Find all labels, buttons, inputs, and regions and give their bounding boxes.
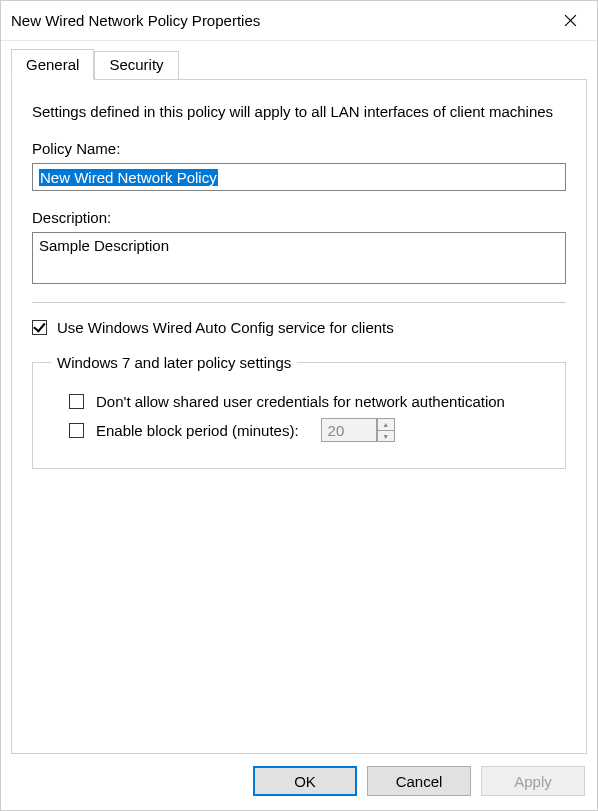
ok-button[interactable]: OK — [253, 766, 357, 796]
spinner-down-button[interactable]: ▼ — [377, 430, 395, 443]
intro-text: Settings defined in this policy will app… — [32, 102, 566, 122]
spinner-buttons: ▲ ▼ — [377, 418, 395, 442]
window-title: New Wired Network Policy Properties — [11, 12, 547, 29]
use-auto-config-label: Use Windows Wired Auto Config service fo… — [57, 319, 394, 336]
dialog-window: New Wired Network Policy Properties Gene… — [0, 0, 598, 811]
block-period-spinner: ▲ ▼ — [321, 418, 395, 442]
dont-allow-shared-row: Don't allow shared user credentials for … — [69, 393, 547, 410]
button-bar: OK Cancel Apply — [1, 754, 597, 810]
win7-group-legend: Windows 7 and later policy settings — [51, 354, 297, 371]
cancel-button[interactable]: Cancel — [367, 766, 471, 796]
tab-general[interactable]: General — [11, 49, 94, 80]
dont-allow-shared-label: Don't allow shared user credentials for … — [96, 393, 505, 410]
policy-name-input[interactable]: New Wired Network Policy — [32, 163, 566, 191]
description-label: Description: — [32, 209, 566, 226]
use-auto-config-row: Use Windows Wired Auto Config service fo… — [32, 319, 566, 336]
titlebar: New Wired Network Policy Properties — [1, 1, 597, 41]
content-area: General Security Settings defined in thi… — [1, 41, 597, 754]
close-button[interactable] — [547, 5, 593, 37]
tab-strip: General Security — [11, 49, 587, 79]
divider — [32, 302, 566, 303]
description-input[interactable] — [32, 232, 566, 284]
apply-button[interactable]: Apply — [481, 766, 585, 796]
dont-allow-shared-checkbox[interactable] — [69, 394, 84, 409]
tab-panel-general: Settings defined in this policy will app… — [11, 79, 587, 754]
enable-block-label: Enable block period (minutes): — [96, 422, 299, 439]
use-auto-config-checkbox[interactable] — [32, 320, 47, 335]
tab-security[interactable]: Security — [94, 51, 178, 79]
spinner-up-button[interactable]: ▲ — [377, 418, 395, 430]
enable-block-checkbox[interactable] — [69, 423, 84, 438]
enable-block-row: Enable block period (minutes): ▲ ▼ — [69, 418, 547, 442]
block-period-input[interactable] — [321, 418, 377, 442]
win7-group: Windows 7 and later policy settings Don'… — [32, 354, 566, 469]
policy-name-label: Policy Name: — [32, 140, 566, 157]
close-icon — [564, 14, 577, 27]
policy-name-value: New Wired Network Policy — [39, 169, 218, 186]
